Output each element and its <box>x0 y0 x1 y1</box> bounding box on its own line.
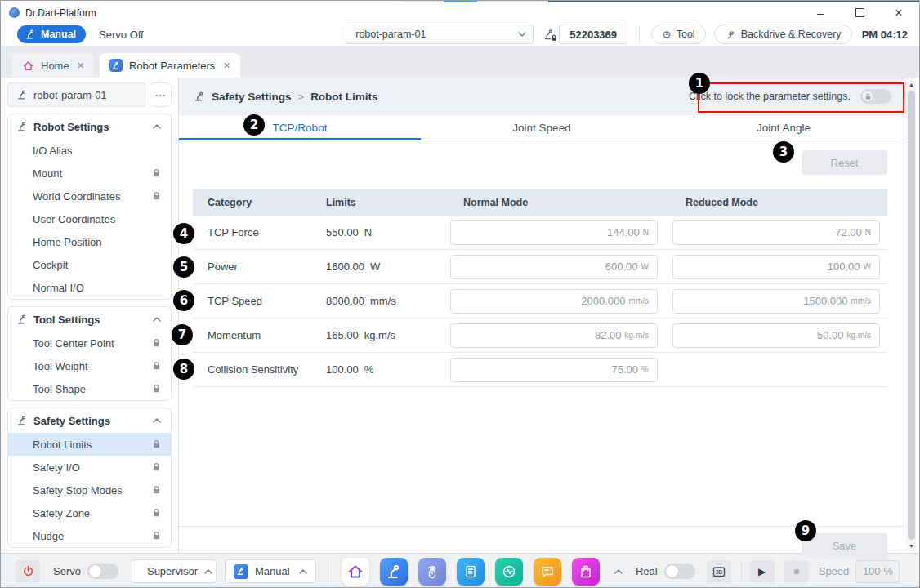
sidebar-item-safety-stop-modes[interactable]: Safety Stop Modes <box>8 479 171 501</box>
dock-app-status-monitor-icon[interactable] <box>495 558 523 586</box>
tab-home-close-icon[interactable]: × <box>76 60 86 71</box>
sidebar-item-mount[interactable]: Mount <box>8 162 171 185</box>
save-button[interactable]: Save <box>802 533 887 558</box>
play-button[interactable]: ▶ <box>750 560 775 583</box>
table-row-power: Power1600.00W600.00W100.00W <box>193 250 887 284</box>
input-value: 72.00 <box>835 226 862 238</box>
sidebar-section-tool-settings: Tool SettingsTool Center PointTool Weigh… <box>7 306 172 401</box>
limit-unit: mm/s <box>370 295 396 307</box>
scrollbar-thumb[interactable] <box>908 91 915 540</box>
dock-app-robot-parameters-icon[interactable] <box>380 558 408 586</box>
dock-app-jog-remote-icon[interactable] <box>418 558 446 586</box>
normal-mode-input-tcp-speed[interactable]: 2000.000mm/s <box>450 289 658 314</box>
sidebar-item-nudge[interactable]: Nudge <box>8 524 171 547</box>
subtab-joint-speed[interactable]: Joint Speed <box>421 115 663 140</box>
sidebar-section-header-safety-settings[interactable]: Safety Settings <box>8 408 171 433</box>
settings-sidebar: robot-param-01 ⋯ Robot SettingsI/O Alias… <box>1 78 179 553</box>
scroll-up-icon[interactable]: ▲ <box>906 82 917 87</box>
dock-collapse-chevron-icon[interactable] <box>614 569 623 574</box>
sidebar-section-title: Safety Settings <box>33 415 147 427</box>
lock-parameter-toggle[interactable] <box>860 89 891 104</box>
more-options-button[interactable]: ⋯ <box>150 82 172 107</box>
lock-icon <box>152 168 161 178</box>
chevron-up-icon <box>153 317 161 322</box>
limit-value: 100.00 <box>326 363 359 376</box>
sidebar-item-safety-i-o[interactable]: Safety I/O <box>8 456 171 479</box>
limit-value: 1600.00 <box>326 261 364 273</box>
servo-label: Servo <box>53 565 81 577</box>
robot-parameters-icon <box>109 59 123 72</box>
parameter-file-select[interactable]: robot-param-01 <box>346 24 534 44</box>
stop-button[interactable]: ■ <box>784 560 809 583</box>
backdrive-recovery-button[interactable]: Backdrive & Recovery <box>714 24 852 44</box>
sidebar-item-tool-weight[interactable]: Tool Weight <box>8 354 171 377</box>
input-unit: W <box>864 262 871 271</box>
table-row-tcp-speed: TCP Speed8000.00mm/s2000.000mm/s1500.000… <box>193 284 887 318</box>
dock-app-task-editor-icon[interactable] <box>457 558 485 586</box>
parameter-name-box[interactable]: robot-param-01 <box>7 82 145 107</box>
sidebar-item-cockpit[interactable]: Cockpit <box>8 253 171 276</box>
reduced-mode-input-momentum[interactable]: 50.00kg.m/s <box>672 323 880 348</box>
top-toolbar: Manual Servo Off robot-param-01 52203369… <box>1 23 919 46</box>
dock-app-message-icon[interactable] <box>534 558 561 586</box>
vertical-scrollbar[interactable]: ▲ ▼ <box>906 79 917 551</box>
chevron-up-icon <box>204 569 212 574</box>
limit-cell: 550.00N <box>303 226 450 238</box>
tab-robot-parameters-close-icon[interactable]: × <box>221 60 231 71</box>
mode-select[interactable]: Manual <box>225 559 316 583</box>
dock-app-store-icon[interactable] <box>572 558 600 586</box>
lock-icon <box>152 384 161 394</box>
normal-mode-input-power[interactable]: 600.00W <box>450 255 658 279</box>
tab-home[interactable]: Home × <box>12 53 94 78</box>
normal-mode-input-tcp-force[interactable]: 144.00N <box>450 220 658 245</box>
dock-app-home-icon[interactable] <box>342 558 369 586</box>
sidebar-item-i-o-alias[interactable]: I/O Alias <box>8 139 171 162</box>
real-sim-toggle[interactable] <box>664 564 695 579</box>
subtab-tcp-robot[interactable]: TCP/Robot <box>179 115 421 140</box>
tool-button-label: Tool <box>677 29 695 40</box>
role-select[interactable]: Supervisor <box>132 559 217 583</box>
column-header-reduced-mode: Reduced Mode <box>672 197 887 208</box>
sidebar-item-tool-center-point[interactable]: Tool Center Point <box>8 332 171 354</box>
sidebar-item-user-coordinates[interactable]: User Coordinates <box>8 207 171 230</box>
close-button[interactable]: × <box>890 5 908 21</box>
sidebar-item-safety-zone[interactable]: Safety Zone <box>8 501 171 524</box>
sidebar-item-robot-limits[interactable]: Robot Limits <box>8 433 171 456</box>
tool-button[interactable]: ⚙ Tool <box>651 24 706 44</box>
maximize-button[interactable] <box>851 5 869 21</box>
sidebar-item-tool-shape[interactable]: Tool Shape <box>8 377 171 400</box>
breadcrumb-separator-icon: > <box>298 91 305 103</box>
servo-toggle[interactable] <box>87 564 118 579</box>
speed-value-box[interactable]: 100 % <box>855 560 900 583</box>
gear-icon: ⚙ <box>662 29 672 40</box>
reduced-mode-cell: 1500.000mm/s <box>672 289 887 314</box>
limit-cell: 8000.00mm/s <box>303 295 450 307</box>
tab-robot-parameters[interactable]: Robot Parameters × <box>100 53 240 78</box>
category-cell: Power <box>193 261 303 273</box>
sidebar-item-normal-i-o[interactable]: Normal I/O <box>8 276 171 299</box>
robot-mode-button[interactable]: Manual <box>17 25 86 43</box>
normal-mode-input-collision-sensitivity[interactable]: 75.00% <box>450 358 658 382</box>
minimize-button[interactable]: – <box>811 5 829 21</box>
sidebar-item-world-coordinates[interactable]: World Coordinates <box>8 185 171 207</box>
3d-view-button[interactable]: 3D <box>707 560 731 583</box>
bottombar-separator <box>741 561 742 582</box>
scroll-down-icon[interactable]: ▼ <box>906 543 917 549</box>
robot-arm-icon <box>16 89 28 100</box>
sidebar-item-label: World Coordinates <box>33 190 152 203</box>
subtab-joint-angle[interactable]: Joint Angle <box>663 115 904 140</box>
sidebar-item-home-position[interactable]: Home Position <box>8 230 171 253</box>
sidebar-section-header-tool-settings[interactable]: Tool Settings <box>8 307 171 332</box>
tab-home-label: Home <box>41 60 69 72</box>
sidebar-item-label: I/O Alias <box>33 145 163 157</box>
reduced-mode-input-power[interactable]: 100.00W <box>672 255 880 279</box>
input-unit: W <box>641 262 649 271</box>
reduced-mode-input-tcp-speed[interactable]: 1500.000mm/s <box>672 289 880 314</box>
sidebar-section-safety-settings: Safety SettingsRobot LimitsSafety I/OSaf… <box>7 408 172 548</box>
reset-button[interactable]: Reset <box>802 150 887 175</box>
normal-mode-input-momentum[interactable]: 82.00kg.m/s <box>450 323 658 348</box>
power-button[interactable] <box>16 560 40 583</box>
reduced-mode-input-tcp-force[interactable]: 72.00N <box>672 220 880 245</box>
sidebar-section-header-robot-settings[interactable]: Robot Settings <box>8 114 171 139</box>
input-value: 82.00 <box>595 329 622 341</box>
